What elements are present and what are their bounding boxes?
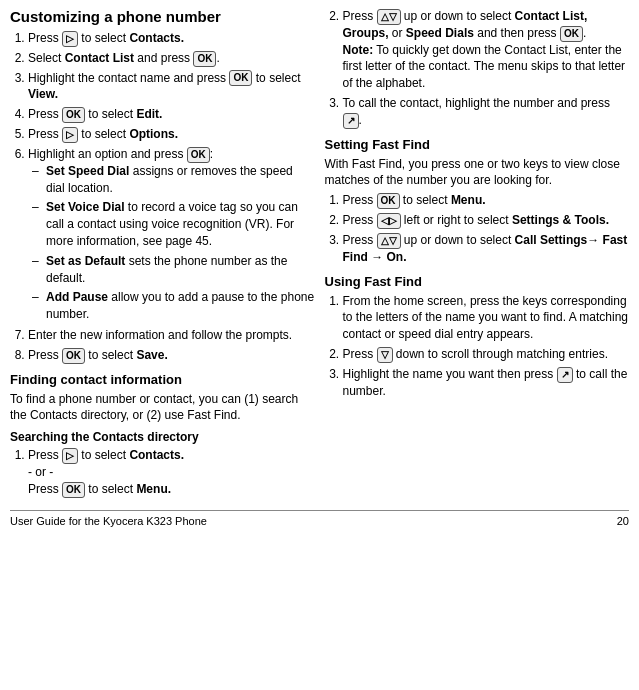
footer-right: 20 xyxy=(617,515,629,527)
ok-btn: OK xyxy=(62,107,85,123)
list-item: Select Contact List and press OK. xyxy=(28,50,315,67)
list-item: Press △▽ up or down to select Call Setti… xyxy=(343,232,630,266)
list-item: From the home screen, press the keys cor… xyxy=(343,293,630,343)
list-item: Press OK to select Save. xyxy=(28,347,315,364)
list-item: Press OK to select Menu. xyxy=(343,192,630,209)
main-content: Customizing a phone number Press ▷ to se… xyxy=(10,8,629,502)
list-item: Set Voice Dial to record a voice tag so … xyxy=(46,199,315,249)
ok-btn: OK xyxy=(377,193,400,209)
finding-contact-intro: To find a phone number or contact, you c… xyxy=(10,391,315,425)
contacts-btn: ▷ xyxy=(62,31,78,47)
list-item: To call the contact, highlight the numbe… xyxy=(343,95,630,129)
using-fast-find-heading: Using Fast Find xyxy=(325,274,630,289)
list-item: Set Speed Dial assigns or removes the sp… xyxy=(46,163,315,197)
ok-btn: OK xyxy=(193,51,216,67)
fast-find-intro: With Fast Find, you press one or two key… xyxy=(325,156,630,190)
list-item: Highlight an option and press OK: Set Sp… xyxy=(28,146,315,323)
up-down-btn: △▽ xyxy=(377,9,401,25)
footer: User Guide for the Kyocera K323 Phone 20 xyxy=(10,510,629,527)
fast-find-heading: Setting Fast Find xyxy=(325,137,630,152)
finding-contact-heading: Finding contact information xyxy=(10,372,315,387)
list-item: Press ▷ to select Contacts. xyxy=(28,30,315,47)
options-btn: ▷ xyxy=(62,127,78,143)
right-steps-list: Press △▽ up or down to select Contact Li… xyxy=(325,8,630,129)
list-item: Enter the new information and follow the… xyxy=(28,327,315,344)
list-item: Press △▽ up or down to select Contact Li… xyxy=(343,8,630,92)
list-item: Add Pause allow you to add a pause to th… xyxy=(46,289,315,323)
footer-left: User Guide for the Kyocera K323 Phone xyxy=(10,515,207,527)
list-item: Press OK to select Edit. xyxy=(28,106,315,123)
left-column: Customizing a phone number Press ▷ to se… xyxy=(10,8,315,502)
fast-find-setup-steps: Press OK to select Menu. Press ◁▷ left o… xyxy=(325,192,630,265)
call-btn: ↗ xyxy=(343,113,359,129)
ok-menu-btn: OK xyxy=(62,482,85,498)
list-item: Press ▷ to select Contacts. - or - Press… xyxy=(28,447,315,497)
list-item: Press ▽ down to scroll through matching … xyxy=(343,346,630,363)
ud-btn: △▽ xyxy=(377,233,401,249)
contacts-nav-btn: ▷ xyxy=(62,448,78,464)
right-column: Press △▽ up or down to select Contact Li… xyxy=(325,8,630,502)
list-item: Set as Default sets the phone number as … xyxy=(46,253,315,287)
list-item: Press ◁▷ left or right to select Setting… xyxy=(343,212,630,229)
sub-options-list: Set Speed Dial assigns or removes the sp… xyxy=(28,163,315,323)
customize-steps-list: Press ▷ to select Contacts. Select Conta… xyxy=(10,30,315,323)
searching-contacts-heading: Searching the Contacts directory xyxy=(10,430,315,444)
list-item: Press ▷ to select Options. xyxy=(28,126,315,143)
searching-contacts-steps: Press ▷ to select Contacts. - or - Press… xyxy=(10,447,315,497)
ok-btn: OK xyxy=(62,348,85,364)
list-item: Highlight the contact name and press OK … xyxy=(28,70,315,104)
lr-btn: ◁▷ xyxy=(377,213,401,229)
list-item: Highlight the name you want then press ↗… xyxy=(343,366,630,400)
ok-btn: OK xyxy=(229,70,252,86)
customize-steps-cont: Enter the new information and follow the… xyxy=(10,327,315,364)
using-fast-find-steps: From the home screen, press the keys cor… xyxy=(325,293,630,400)
ok-btn: OK xyxy=(187,147,210,163)
main-heading: Customizing a phone number xyxy=(10,8,315,25)
call-btn: ↗ xyxy=(557,367,573,383)
down-btn: ▽ xyxy=(377,347,393,363)
ok-btn: OK xyxy=(560,26,583,42)
